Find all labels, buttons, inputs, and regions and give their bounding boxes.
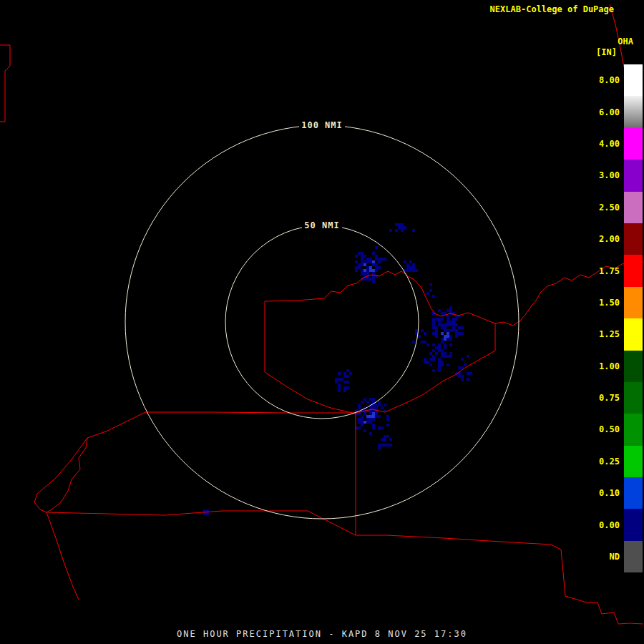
legend-color-swatch <box>624 160 643 191</box>
legend-color-swatch <box>624 318 643 350</box>
legend-value-label: 8.00 <box>599 75 620 85</box>
legend-value-label: 6.00 <box>599 107 620 117</box>
legend-entry: ND <box>624 541 643 572</box>
legend-color-swatch <box>624 351 643 382</box>
legend-entry: 0.00 <box>624 509 643 540</box>
range-ring <box>125 125 519 519</box>
legend-entry: 0.25 <box>624 446 643 477</box>
legend-value-label: 0.10 <box>599 488 620 498</box>
legend-value-label: 3.00 <box>599 170 620 180</box>
radar-map-canvas: 100 NMI50 NMI <box>0 0 644 644</box>
legend-value-label: 1.75 <box>599 266 620 276</box>
range-ring-label: 50 NMI <box>304 220 339 230</box>
legend-color-swatch <box>624 255 643 286</box>
legend-entry: 2.50 <box>624 192 643 223</box>
legend-value-label: ND <box>610 552 620 562</box>
legend-entry: 2.00 <box>624 223 643 255</box>
range-ring-label: 100 NMI <box>301 120 343 130</box>
legend-entry: 1.75 <box>624 255 643 286</box>
legend-value-label: 0.50 <box>599 424 620 434</box>
legend-entry: 0.50 <box>624 414 643 445</box>
legend-entry: 1.00 <box>624 351 643 382</box>
legend-color-swatch <box>624 509 643 540</box>
legend-color-swatch <box>624 64 643 96</box>
legend-color-swatch <box>624 382 643 414</box>
legend-color-swatch <box>624 192 643 223</box>
legend-entry: 4.00 <box>624 128 643 160</box>
legend-entry: 6.00 <box>624 96 643 127</box>
product-caption: ONE HOUR PRECIPITATION - KAPD 8 NOV 25 1… <box>0 629 644 639</box>
legend-entry: 8.00 <box>624 64 643 96</box>
legend-value-label: 1.50 <box>599 298 620 308</box>
legend-entry: 0.10 <box>624 477 643 509</box>
legend-value-label: 0.00 <box>599 520 620 530</box>
legend-color-swatch <box>624 128 643 160</box>
product-code-label: OHA <box>618 36 633 47</box>
precip-echoes <box>203 223 472 515</box>
legend-value-label: 1.25 <box>599 329 620 339</box>
legend-value-label: 0.75 <box>599 393 620 403</box>
legend-color-swatch <box>624 414 643 445</box>
legend-entry: 1.50 <box>624 287 643 318</box>
legend-value-label: 2.00 <box>599 234 620 244</box>
legend-color-swatch <box>624 96 643 127</box>
legend-color-swatch <box>624 287 643 318</box>
legend-value-label: 4.00 <box>599 139 620 149</box>
legend-value-label: 2.50 <box>599 203 620 213</box>
range-ring <box>225 225 419 419</box>
legend-color-swatch <box>624 446 643 477</box>
county-boundaries <box>0 4 643 624</box>
units-label: [IN] <box>596 47 617 57</box>
color-scale-legend: 8.006.004.003.002.502.001.751.501.251.00… <box>624 64 643 572</box>
legend-color-swatch <box>624 477 643 509</box>
site-title: NEXLAB-College of DuPage <box>490 4 614 14</box>
legend-entry: 1.25 <box>624 318 643 350</box>
range-rings: 100 NMI50 NMI <box>125 119 519 519</box>
legend-color-swatch <box>624 541 643 572</box>
legend-entry: 3.00 <box>624 160 643 191</box>
radar-display: 100 NMI50 NMI NEXLAB-College of DuPage O… <box>0 0 644 644</box>
legend-color-swatch <box>624 223 643 255</box>
legend-value-label: 0.25 <box>599 457 620 467</box>
legend-value-label: 1.00 <box>599 361 620 371</box>
legend-entry: 0.75 <box>624 382 643 414</box>
